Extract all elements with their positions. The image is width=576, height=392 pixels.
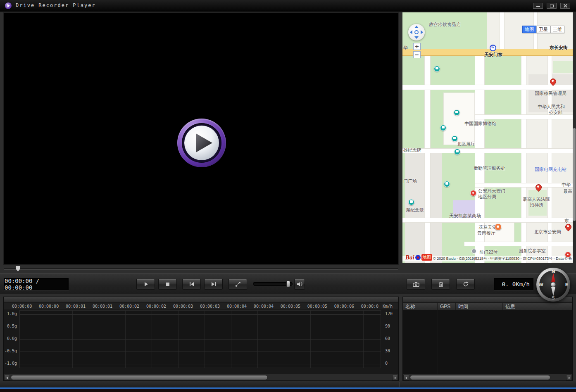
fullscreen-button[interactable] [228,279,247,290]
table-header-1[interactable]: GPS [438,303,456,310]
chart-unit-label: Km/h [383,304,398,309]
camera-icon [413,282,419,287]
map-mode-satellite-button[interactable]: 卫星 [536,26,550,33]
map-label: 东长安街 [550,45,568,51]
fullscreen-icon [235,281,241,287]
time-display: 00:00:00 / 00:00:00 [4,278,69,290]
gsensor-chart-panel: 00:00:0000:00:0000:00:0100:00:0100:00:02… [3,297,399,381]
zoom-out-button[interactable]: − [413,51,421,58]
map-mode-map-button[interactable]: 地图 [522,26,536,33]
scroll-left-button[interactable] [403,375,409,380]
chart-x-label: 00:00:0 [361,304,378,309]
video-play-overlay-button[interactable] [177,119,226,167]
play-button[interactable] [136,279,155,290]
map-label: 后勤管理服务处 [474,165,505,171]
chart-y-label-left: 0.5g [7,324,17,328]
map-vertical-scrollbar[interactable] [573,12,576,263]
map-mode-3d-button[interactable]: 三维 [550,26,564,33]
stop-button[interactable] [158,279,177,290]
volume-slider[interactable] [253,282,293,286]
previous-track-icon [189,282,195,287]
map-pan-control[interactable] [408,24,425,40]
table-header-0[interactable]: 名称 [403,303,438,310]
delete-button[interactable] [431,279,450,290]
map-label: 前门23号 [479,249,498,255]
table-horizontal-scrollbar[interactable] [403,374,572,380]
title-bar: Drive Recorder Player [0,0,576,12]
panel-splitter[interactable] [4,297,398,303]
chart-x-label: 00:00:05 [281,304,300,309]
refresh-button[interactable] [456,279,475,290]
map-label: 国家移民管理局 [535,90,566,97]
map-label: 最高人民法院 [523,196,550,202]
chart-x-label: 00:00:02 [119,304,139,309]
speed-display: 0. 0Km/h [494,278,533,290]
map-label: 东 [564,218,569,224]
seek-track[interactable] [4,268,398,270]
map-label: 花马天堂 [478,224,497,230]
chart-y-label-right: 120 [385,311,393,316]
next-button[interactable] [204,279,223,290]
scroll-right-button[interactable] [392,375,398,380]
chart-x-label: 00:00:04 [227,304,247,309]
map-label: 席纪念堂 [406,207,424,213]
table-header-3[interactable]: 信息 [503,303,572,310]
map-museum-block [444,93,474,145]
map-label: 中华人民共和 [538,104,565,110]
video-display[interactable] [3,12,399,265]
mute-button[interactable] [294,279,305,290]
stop-icon [165,282,170,287]
chart-x-label: 00:00:00 [39,304,59,309]
map-label: 最高 [563,188,572,195]
baidu-logo[interactable]: Bai 地图 [405,254,432,261]
chart-horizontal-scrollbar[interactable] [4,374,398,380]
table-header-2[interactable]: 时间 [456,303,503,310]
table-scrollbar-thumb[interactable] [410,375,550,380]
table-body[interactable] [403,310,572,374]
chart-y-label-left: -1.0g [5,361,17,366]
chart-x-label: 00:00:01 [66,304,86,309]
compass-east-label: E [565,282,568,287]
scroll-right-button[interactable] [566,375,572,380]
seek-thumb[interactable] [16,266,20,271]
volume-thumb[interactable] [286,281,290,287]
control-bar: 00:00:00 / 00:00:00 0. 0Km/h [0,273,576,294]
chart-y-label-right: 30 [385,349,390,353]
pan-down-arrow-icon [414,36,419,39]
seek-bar [3,265,399,272]
map-canvas[interactable]: + − 地图 卫星 三维 © 2020 Baidu - GS(2019)5218… [402,12,573,263]
map-label: 公安局天安门 [478,188,505,194]
map-scrollbar-thumb[interactable] [573,128,576,221]
scroll-left-button[interactable] [4,375,10,380]
maximize-button[interactable] [547,3,557,9]
map-label: 北京市公安局 [534,229,561,235]
maximize-icon [550,5,554,7]
previous-button[interactable] [182,279,201,290]
chart-y-right: 1209060300 [382,310,398,368]
map-label: 云南餐厅 [477,230,495,236]
map-label: 招待所 [530,202,543,208]
window-title: Drive Recorder Player [16,2,96,8]
chart-y-label-left: 1.0g [7,311,17,316]
close-button[interactable] [560,3,570,9]
chart-x-label: 00:00:05 [307,304,327,309]
minimize-button[interactable] [533,3,543,9]
map-label: 雄纪念碑 [403,147,421,153]
chart-y-left: 1.0g0.5g0.0g-0.5g-1.0g [4,310,19,368]
minimize-icon [536,6,540,7]
chart-scrollbar-thumb[interactable] [11,375,268,380]
chart-x-labels: 00:00:0000:00:0000:00:0100:00:0100:00:02… [12,304,378,309]
snapshot-button[interactable] [407,279,425,290]
event-table-panel: 名称GPS时间信息 [402,297,573,381]
chart-y-label-left: -0.5g [5,349,17,353]
map-label: 华 [403,45,408,51]
zoom-in-button[interactable]: + [413,43,421,50]
chart-y-label-right: 0 [385,361,388,366]
status-bar [0,381,576,387]
map-label: 中国国家博物馆 [464,121,496,127]
map-label: 中华 [562,182,571,188]
map-label: 国家电网充电站 [535,166,566,173]
chart-x-label: 00:00:01 [93,304,112,309]
chart-x-label: 00:00:03 [200,304,220,309]
desktop-strip [0,389,576,392]
